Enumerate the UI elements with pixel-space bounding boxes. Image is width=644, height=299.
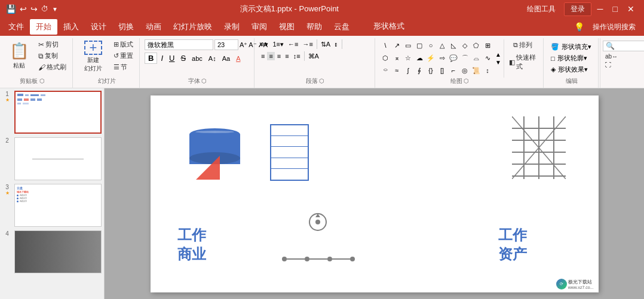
menu-animation[interactable]: 动画 bbox=[140, 19, 167, 35]
shape-freeform[interactable]: ∫ bbox=[403, 64, 413, 76]
maximize-icon[interactable]: □ bbox=[609, 4, 621, 14]
arrange-button[interactable]: ⧉ 排列 bbox=[507, 39, 539, 51]
menu-slideshow[interactable]: 幻灯片放映 bbox=[167, 19, 218, 35]
cylinder-shape[interactable] bbox=[189, 128, 240, 164]
increase-indent-button[interactable]: →≡ bbox=[300, 40, 314, 48]
close-icon[interactable]: ✕ bbox=[624, 4, 638, 14]
slide-thumb-3[interactable]: 3 ★ 云盘 域名下载站 内容文字 内容文字 内容文字 bbox=[2, 184, 102, 227]
scroll-up-icon[interactable]: ▲ bbox=[495, 51, 501, 58]
bold-button[interactable]: B bbox=[145, 53, 157, 64]
slide-thumb-1[interactable]: 1 ★ bbox=[2, 91, 102, 134]
copy-button[interactable]: ⧉ 复制 bbox=[36, 51, 69, 61]
menu-transition[interactable]: 切换 bbox=[112, 19, 140, 35]
slide-image-2[interactable] bbox=[14, 137, 102, 180]
menu-cloud[interactable]: 云盘 bbox=[328, 19, 355, 35]
dropdown-icon[interactable]: ▼ bbox=[52, 6, 58, 13]
shape-heart[interactable]: ☆ bbox=[403, 52, 413, 64]
select-button[interactable]: ⛶ bbox=[603, 61, 644, 69]
shape-line[interactable]: \ bbox=[380, 39, 391, 51]
net-cross-shape[interactable] bbox=[512, 116, 566, 179]
slide-canvas[interactable]: 工作 商业 工作 资产 bbox=[151, 95, 599, 292]
menu-shape-format[interactable]: 形状格式 bbox=[367, 19, 410, 35]
decrease-indent-button[interactable]: ←≡ bbox=[286, 40, 300, 48]
menu-review[interactable]: 审阅 bbox=[246, 19, 273, 35]
shape-rtriangle[interactable]: ◺ bbox=[448, 39, 459, 51]
shape-pentagon[interactable]: ⬠ bbox=[471, 39, 482, 51]
undo-icon[interactable]: ↩ bbox=[20, 4, 27, 14]
align-center-button[interactable]: ≡ bbox=[267, 52, 274, 60]
increase-font-button[interactable]: A⁺ bbox=[240, 41, 247, 49]
paste-button[interactable]: 📋 粘贴 bbox=[6, 39, 32, 72]
cut-button[interactable]: ✂ 剪切 bbox=[36, 39, 69, 50]
shape-scribble[interactable]: ∮ bbox=[414, 64, 425, 76]
char-spacing-button[interactable]: A↕ bbox=[206, 54, 219, 63]
format-painter-button[interactable]: 🖌 格式刷 bbox=[36, 62, 69, 72]
shape-bracket[interactable]: [] bbox=[437, 64, 447, 76]
quick-styles-button[interactable]: ◧ 快速样式 bbox=[507, 52, 539, 72]
shapes-scroll[interactable]: ▲ ▼ bbox=[495, 39, 501, 78]
italic-button[interactable]: I bbox=[158, 53, 165, 63]
main-canvas[interactable]: 工作 商业 工作 资产 bbox=[105, 88, 644, 299]
shape-scroll2[interactable]: ↕ bbox=[482, 64, 493, 76]
line-spacing-button[interactable]: ↕≡ bbox=[292, 52, 302, 60]
timer-icon[interactable]: ⏱ bbox=[41, 5, 48, 13]
smartart-button[interactable]: ⌘A bbox=[306, 52, 321, 61]
font-color-button[interactable]: A bbox=[234, 54, 243, 63]
shape-scroll[interactable]: 📜 bbox=[471, 64, 482, 76]
shape-more[interactable]: ⊞ bbox=[482, 39, 493, 51]
shape-corner[interactable]: ⌐ bbox=[448, 64, 459, 76]
shape-blockArrow[interactable]: ⇨ bbox=[437, 52, 447, 64]
menu-design[interactable]: 设计 bbox=[85, 19, 112, 35]
ribbon-search-box[interactable]: 🔍 bbox=[603, 41, 644, 51]
shape-fill-button[interactable]: 🪣 形状填充▾ bbox=[548, 42, 594, 52]
shape-oval[interactable]: ○ bbox=[425, 39, 436, 51]
menu-search[interactable]: 操作说明搜索 bbox=[587, 20, 642, 35]
menu-file[interactable]: 文件 bbox=[2, 19, 30, 35]
text-direction-button[interactable]: ⇅A bbox=[319, 40, 332, 49]
shape-diamond[interactable]: ◇ bbox=[459, 39, 470, 51]
reset-button[interactable]: ↺ 重置 bbox=[111, 51, 136, 61]
slide-image-1[interactable] bbox=[14, 91, 102, 134]
shape-rounded-rect[interactable]: ▢ bbox=[414, 39, 425, 51]
shape-brace[interactable]: {} bbox=[425, 64, 436, 76]
bullets-button[interactable]: ≡▾ bbox=[259, 40, 270, 49]
redo-icon[interactable]: ↪ bbox=[30, 4, 38, 14]
shape-effect-button[interactable]: ◈ 形状效果▾ bbox=[548, 64, 594, 75]
shape-arrow[interactable]: ↗ bbox=[391, 39, 402, 51]
underline-button[interactable]: U bbox=[167, 53, 177, 63]
find-replace-button[interactable]: ab↔ bbox=[603, 53, 644, 60]
strikethrough-button[interactable]: S bbox=[178, 53, 188, 63]
shape-lightning[interactable]: ⚡ bbox=[425, 52, 436, 64]
slide-thumb-2[interactable]: 2 bbox=[2, 137, 102, 180]
slide-thumb-4[interactable]: 4 bbox=[2, 230, 102, 273]
shape-triangle[interactable]: △ bbox=[437, 39, 447, 51]
shape-outline-button[interactable]: □ 形状轮廓▾ bbox=[548, 53, 594, 63]
section-button[interactable]: ☰ 节 bbox=[111, 62, 136, 72]
align-left-button[interactable]: ≡ bbox=[259, 52, 266, 60]
menu-insert[interactable]: 插入 bbox=[57, 19, 85, 35]
columns-button[interactable]: ⫾ bbox=[333, 40, 340, 48]
slide-image-3[interactable]: 云盘 域名下载站 内容文字 内容文字 内容文字 bbox=[14, 184, 102, 227]
shape-chevron[interactable]: ⌅ bbox=[391, 52, 402, 64]
table-grid-shape[interactable] bbox=[270, 124, 309, 181]
font-family-input[interactable] bbox=[145, 39, 213, 50]
layout-button[interactable]: ⊞ 版式 bbox=[111, 39, 136, 50]
login-button[interactable]: 登录 bbox=[564, 2, 591, 16]
minimize-icon[interactable]: ─ bbox=[594, 4, 607, 14]
workflow-dots-container[interactable] bbox=[282, 257, 355, 261]
text-shadow-button[interactable]: abc bbox=[189, 54, 205, 63]
shape-cloud[interactable]: ☁ bbox=[414, 52, 425, 64]
shape-wave[interactable]: ≈ bbox=[391, 64, 402, 76]
shape-hex[interactable]: ⬡ bbox=[380, 52, 391, 64]
shape-custom1[interactable]: ⌒ bbox=[459, 52, 470, 64]
menu-view[interactable]: 视图 bbox=[273, 19, 300, 35]
case-button[interactable]: Aa bbox=[220, 54, 232, 63]
shape-custom3[interactable]: ∿ bbox=[482, 52, 493, 64]
shape-rect[interactable]: ▭ bbox=[403, 39, 413, 51]
quick-access-toolbar[interactable]: 💾 ↩ ↪ ⏱ ▼ bbox=[6, 4, 58, 14]
shape-callout[interactable]: 💬 bbox=[448, 52, 459, 64]
align-right-button[interactable]: ≡ bbox=[275, 52, 283, 60]
ribbon-search-input[interactable] bbox=[615, 42, 644, 50]
menu-home[interactable]: 开始 bbox=[30, 19, 57, 35]
numbering-button[interactable]: 1≡▾ bbox=[271, 40, 286, 49]
